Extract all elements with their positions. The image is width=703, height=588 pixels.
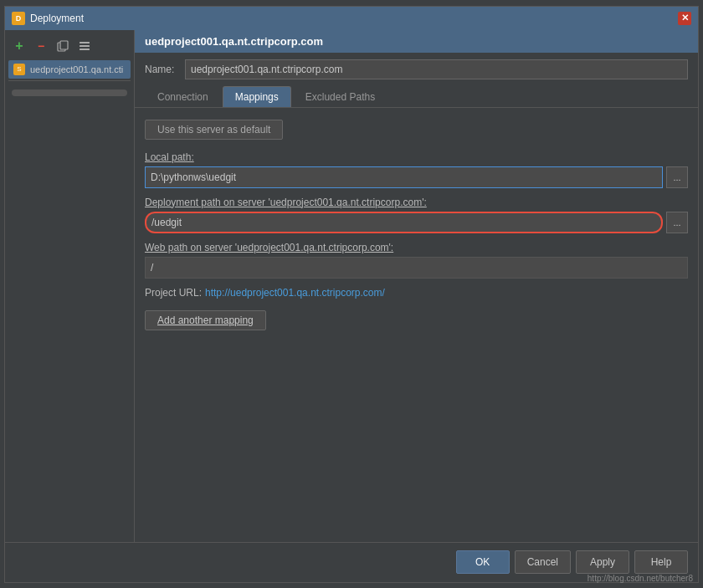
name-row: Name: [135,53,698,86]
server-icon: S [13,64,25,75]
cancel-button[interactable]: Cancel [515,550,571,574]
web-path-input[interactable] [145,257,688,279]
tab-mappings[interactable]: Mappings [223,86,291,107]
tab-content-mappings: Use this server as default Local path: .… [135,108,698,542]
deployment-path-row: ... [145,212,688,233]
title-bar: D Deployment [12,12,84,25]
deployment-path-label: Deployment path on server 'uedproject001… [145,197,688,208]
sidebar: + − S uedproject0 [5,30,135,542]
ok-button[interactable]: OK [456,550,510,574]
add-server-button[interactable]: + [10,37,28,55]
svg-rect-1 [60,41,68,49]
copy-server-button[interactable] [54,37,72,55]
web-path-section: Web path on server 'uedproject001.qa.nt.… [145,242,688,279]
sidebar-toolbar: + − [8,33,131,60]
project-url-label: Project URL: [145,287,202,299]
window-icon: D [12,12,25,25]
add-mapping-button[interactable]: Add another mapping [145,310,266,330]
use-default-button[interactable]: Use this server as default [145,120,283,140]
deployment-path-browse-button[interactable]: ... [666,212,688,233]
sidebar-item-server[interactable]: S uedproject001.qa.nt.cti [8,60,131,79]
window-title: Deployment [30,13,84,24]
local-path-row: ... [145,166,688,188]
apply-button[interactable]: Apply [576,550,629,574]
tab-excluded-paths[interactable]: Excluded Paths [293,86,387,107]
local-path-label: Local path: [145,151,688,163]
tabs-row: Connection Mappings Excluded Paths [135,86,698,108]
project-url-link[interactable]: http://uedproject001.qa.nt.ctripcorp.com… [205,287,385,299]
sidebar-item-label: uedproject001.qa.nt.cti [30,64,123,74]
svg-rect-4 [80,49,90,50]
settings-button[interactable] [75,37,94,55]
server-header: uedproject001.qa.nt.ctripcorp.com [135,30,698,53]
watermark: http://blog.csdn.net/butcher8 [588,574,693,583]
tab-connection[interactable]: Connection [145,86,221,107]
web-path-row [145,257,688,279]
local-path-section: Local path: ... [145,151,688,188]
main-panel: uedproject001.qa.nt.ctripcorp.com Name: … [135,30,698,542]
name-input[interactable] [185,59,688,79]
sidebar-scrollbar[interactable] [12,89,127,96]
local-path-input[interactable] [145,166,663,188]
remove-server-button[interactable]: − [32,37,50,55]
svg-rect-2 [80,42,90,43]
local-path-browse-button[interactable]: ... [666,166,688,188]
deployment-path-section: Deployment path on server 'uedproject001… [145,197,688,233]
close-button[interactable]: ✕ [678,12,691,25]
name-label: Name: [145,64,178,75]
web-path-label: Web path on server 'uedproject001.qa.nt.… [145,242,688,253]
svg-rect-3 [80,45,90,47]
deployment-path-input[interactable] [145,212,663,233]
project-url-row: Project URL: http://uedproject001.qa.nt.… [145,287,688,299]
help-button[interactable]: Help [634,550,688,574]
